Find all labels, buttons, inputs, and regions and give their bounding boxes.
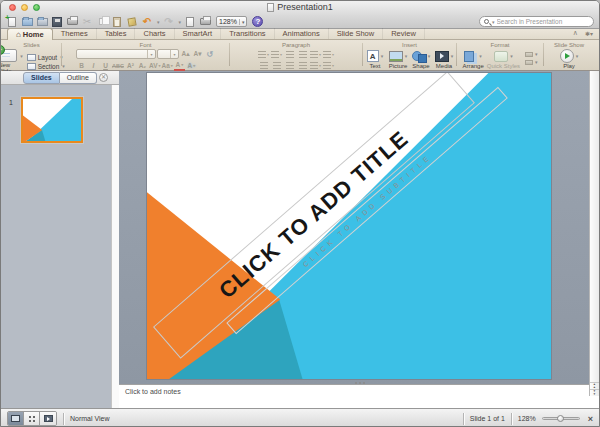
- tab-review[interactable]: Review: [383, 28, 425, 39]
- shape-line-button: [525, 59, 538, 65]
- editor-column: Click to add title Click to add subtitle…: [119, 71, 599, 408]
- slide-show-view-button[interactable]: [40, 412, 56, 425]
- align-center-button: [271, 60, 283, 70]
- zoom-window-button[interactable]: [33, 4, 40, 11]
- insert-shape-button[interactable]: Shape: [411, 49, 431, 69]
- help-icon[interactable]: [252, 16, 263, 27]
- search-input[interactable]: [497, 18, 589, 25]
- status-zoom-value: 128%: [518, 415, 536, 422]
- group-label-insert: Insert: [402, 41, 417, 49]
- minimize-window-button[interactable]: [21, 4, 28, 11]
- bullets-button: [258, 49, 270, 59]
- ribbon-collapse-icon[interactable]: [573, 29, 578, 37]
- save-icon[interactable]: [51, 16, 63, 28]
- character-spacing-button: AV: [149, 61, 161, 71]
- group-label-paragraph: Paragraph: [282, 41, 310, 49]
- search-scope-dropdown-icon[interactable]: [492, 19, 495, 25]
- ribbon-settings-gear-icon[interactable]: [585, 30, 593, 37]
- vertical-scrollbar[interactable]: [589, 71, 599, 396]
- toolbar-zoom-value: 128%: [219, 18, 237, 25]
- insert-media-button[interactable]: Media: [434, 49, 454, 69]
- new-slide-dropdown-icon[interactable]: [20, 53, 23, 59]
- search-box[interactable]: [479, 16, 594, 27]
- slides-panel-tabs: Slides Outline: [1, 71, 119, 85]
- slide-workspace: Click to add title Click to add subtitle: [119, 71, 599, 384]
- tab-tables[interactable]: Tables: [97, 28, 136, 39]
- arrange-icon: [464, 51, 474, 62]
- sidebar-tab-slides[interactable]: Slides: [23, 72, 60, 84]
- quick-styles-dropdown-icon: [510, 53, 513, 59]
- open-icon[interactable]: [21, 16, 33, 28]
- tab-animations[interactable]: Animations: [275, 28, 329, 39]
- play-slideshow-button[interactable]: Play: [559, 49, 579, 69]
- group-divider: [543, 43, 544, 66]
- standard-toolbar: 128%: [1, 14, 599, 29]
- zoom-dropdown-icon[interactable]: [239, 19, 245, 25]
- tab-smartart[interactable]: SmartArt: [175, 28, 222, 39]
- superscript-button: A²: [125, 61, 136, 71]
- fit-slide-to-window-icon[interactable]: [588, 414, 593, 424]
- text-glow-button: A: [186, 61, 197, 71]
- text-box-icon: [367, 50, 379, 62]
- tab-slide-show[interactable]: Slide Show: [329, 28, 384, 39]
- slide-thumbnail-number: 1: [9, 99, 13, 106]
- gallery-icon[interactable]: [36, 16, 48, 28]
- media-icon: [435, 51, 449, 62]
- section-button[interactable]: Section: [27, 63, 65, 70]
- notes-resize-handle-icon[interactable]: [359, 382, 361, 384]
- toolbar-zoom-combo[interactable]: 128%: [216, 16, 247, 27]
- slide-sorter-view-button[interactable]: [24, 412, 40, 425]
- previous-slide-icon[interactable]: [590, 382, 599, 389]
- ribbon-home-panel: Slides New Slide Layout Section Font: [1, 40, 599, 71]
- content-area: Slides Outline 1: [1, 71, 599, 408]
- ribbon-group-slide-show: Slide Show Play: [545, 41, 593, 68]
- top-chrome: Presentation1 128%: [1, 1, 599, 29]
- panel-close-icon[interactable]: [99, 73, 108, 82]
- align-right-button: [284, 60, 296, 70]
- view-switcher: [7, 411, 57, 426]
- font-name-select[interactable]: [76, 49, 156, 59]
- show-formatting-icon[interactable]: [184, 16, 196, 28]
- ribbon-group-slides: Slides New Slide Layout Section: [3, 41, 60, 68]
- close-window-button[interactable]: [9, 4, 16, 11]
- shape-icon: [412, 50, 426, 62]
- tab-themes[interactable]: Themes: [53, 28, 97, 39]
- font-size-select[interactable]: [157, 49, 179, 59]
- columns-button: [323, 49, 335, 59]
- zoom-slider[interactable]: [542, 417, 580, 420]
- slide-canvas[interactable]: Click to add title Click to add subtitle: [146, 72, 552, 380]
- notes-pane[interactable]: Click to add notes: [119, 384, 599, 408]
- justify-button: [297, 60, 309, 70]
- copy-icon: [96, 16, 108, 28]
- shrink-font-button: [192, 49, 203, 59]
- tab-home[interactable]: Home: [7, 28, 53, 40]
- status-divider: [511, 413, 512, 425]
- titlebar[interactable]: Presentation1: [1, 1, 599, 14]
- normal-view-button[interactable]: [8, 412, 24, 425]
- slide-thumbnail[interactable]: [21, 97, 83, 143]
- tab-charts[interactable]: Charts: [135, 28, 174, 39]
- tab-transitions[interactable]: Transitions: [221, 28, 274, 39]
- sidebar-tab-outline[interactable]: Outline: [60, 72, 97, 84]
- insert-text-button[interactable]: Text: [365, 49, 385, 69]
- undo-dropdown-icon[interactable]: [157, 19, 160, 25]
- arrange-button[interactable]: Arrange: [462, 49, 483, 69]
- strikethrough-button: ABC: [112, 61, 124, 71]
- next-slide-icon[interactable]: [590, 389, 599, 396]
- font-size-dropdown-icon: [170, 50, 178, 58]
- quick-styles-icon: [494, 51, 508, 62]
- align-text-button: [323, 60, 335, 70]
- undo-icon[interactable]: [141, 16, 153, 28]
- insert-picture-button[interactable]: Picture: [388, 49, 408, 69]
- fill-color-icon: [525, 52, 533, 57]
- line-dropdown-icon: [535, 59, 538, 65]
- redo-dropdown-icon: [179, 19, 182, 25]
- paste-icon: [111, 16, 123, 28]
- layout-button[interactable]: Layout: [27, 54, 65, 61]
- print-icon[interactable]: [66, 16, 78, 28]
- zoom-slider-thumb[interactable]: [557, 415, 564, 422]
- new-presentation-icon[interactable]: [6, 16, 18, 28]
- print-preview-icon[interactable]: [199, 16, 211, 28]
- new-slide-icon: [0, 49, 17, 62]
- font-color-button: A: [174, 60, 185, 71]
